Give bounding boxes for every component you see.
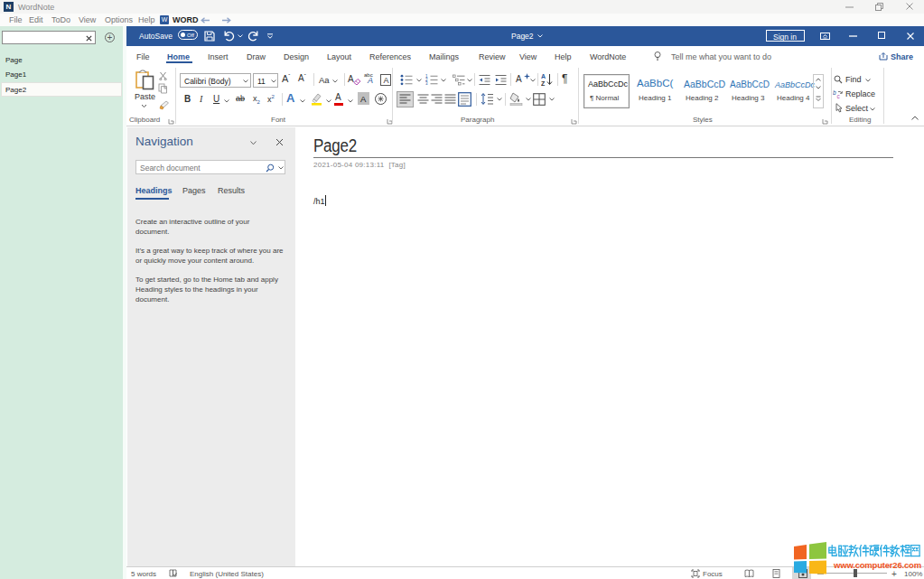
svg-text:A: A [541,73,546,79]
svg-text:Z: Z [541,80,546,87]
svg-text:c: c [837,93,841,99]
svg-text:b: b [833,89,836,96]
svg-text:3: 3 [425,81,428,86]
